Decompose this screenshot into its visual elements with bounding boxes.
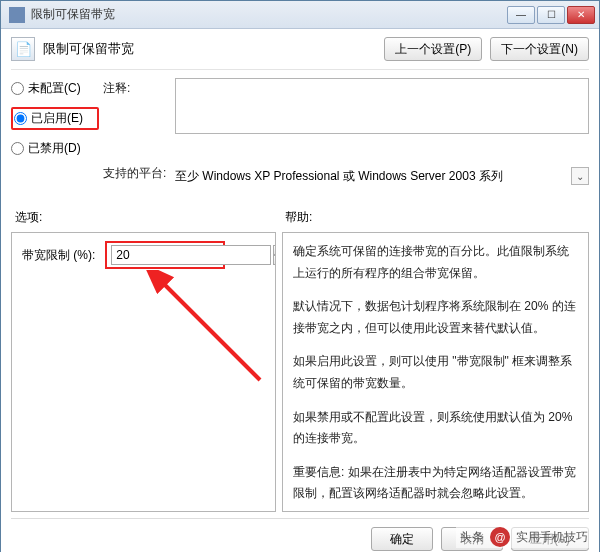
radio-disabled-label: 已禁用(D) [28, 140, 81, 157]
ok-button[interactable]: 确定 [371, 527, 433, 551]
titlebar[interactable]: 限制可保留带宽 — ☐ ✕ [1, 1, 599, 29]
help-heading: 帮助: [285, 209, 312, 226]
radio-disabled[interactable]: 已禁用(D) [11, 140, 99, 157]
watermark-prefix: 头条 [460, 529, 484, 546]
help-paragraph: 如果启用此设置，则可以使用 "带宽限制" 框来调整系统可保留的带宽数量。 [293, 351, 578, 394]
page-title: 限制可保留带宽 [43, 40, 376, 58]
close-button[interactable]: ✕ [567, 6, 595, 24]
platform-label: 支持的平台: [103, 163, 171, 182]
radio-disabled-input[interactable] [11, 142, 24, 155]
previous-setting-button[interactable]: 上一个设置(P) [384, 37, 482, 61]
options-heading: 选项: [15, 209, 285, 226]
radio-enabled-label: 已启用(E) [31, 110, 83, 127]
radio-not-configured-input[interactable] [11, 82, 24, 95]
radio-not-configured[interactable]: 未配置(C) [11, 80, 99, 97]
radio-not-configured-label: 未配置(C) [28, 80, 81, 97]
bandwidth-limit-input[interactable] [111, 245, 271, 265]
help-paragraph: 如果禁用或不配置此设置，则系统使用默认值为 20% 的连接带宽。 [293, 407, 578, 450]
collapse-toggle[interactable]: ⌄ [571, 167, 589, 185]
bandwidth-limit-control: ▲ ▼ [105, 241, 225, 269]
next-setting-button[interactable]: 下一个设置(N) [490, 37, 589, 61]
help-pane: 确定系统可保留的连接带宽的百分比。此值限制系统上运行的所有程序的组合带宽保留。 … [282, 232, 589, 512]
dialog-window: 限制可保留带宽 — ☐ ✕ 📄 限制可保留带宽 上一个设置(P) 下一个设置(N… [0, 0, 600, 552]
state-radio-group: 未配置(C) 已启用(E) 已禁用(D) [11, 78, 99, 157]
maximize-button[interactable]: ☐ [537, 6, 565, 24]
separator [11, 69, 589, 70]
help-paragraph: 确定系统可保留的连接带宽的百分比。此值限制系统上运行的所有程序的组合带宽保留。 [293, 241, 578, 284]
platform-value: 至少 Windows XP Professional 或 Windows Ser… [175, 168, 563, 185]
watermark-avatar-icon: @ [490, 527, 510, 547]
help-paragraph: 默认情况下，数据包计划程序将系统限制在 20% 的连接带宽之内，但可以使用此设置… [293, 296, 578, 339]
minimize-button[interactable]: — [507, 6, 535, 24]
watermark-name: 实用手机技巧 [516, 529, 588, 546]
spin-down-button[interactable]: ▼ [273, 255, 276, 265]
policy-icon: 📄 [11, 37, 35, 61]
radio-enabled[interactable]: 已启用(E) [14, 110, 83, 127]
app-icon [9, 7, 25, 23]
watermark: 头条 @ 实用手机技巧 [456, 526, 592, 548]
spin-up-button[interactable]: ▲ [273, 245, 276, 255]
options-pane: 带宽限制 (%): ▲ ▼ [11, 232, 276, 512]
comment-textarea[interactable] [175, 78, 589, 134]
help-paragraph: 重要信息: 如果在注册表中为特定网络适配器设置带宽限制，配置该网络适配器时就会忽… [293, 462, 578, 505]
client-area: 📄 限制可保留带宽 上一个设置(P) 下一个设置(N) 未配置(C) 已启用(E… [1, 29, 599, 552]
radio-enabled-input[interactable] [14, 112, 27, 125]
comment-label: 注释: [103, 78, 171, 97]
window-title: 限制可保留带宽 [31, 6, 507, 23]
bandwidth-limit-label: 带宽限制 (%): [22, 247, 95, 264]
